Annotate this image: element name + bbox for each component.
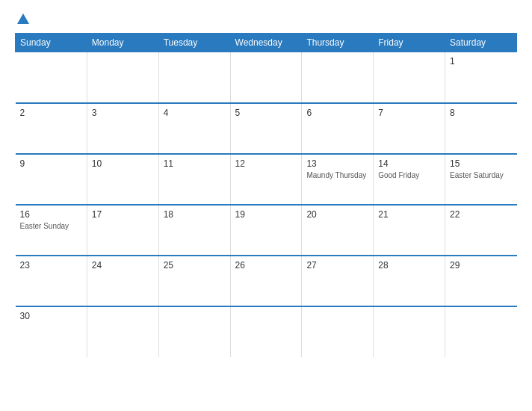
calendar-cell — [158, 52, 230, 103]
calendar-cell — [302, 306, 374, 357]
logo — [15, 13, 29, 25]
cell-date-number: 21 — [378, 209, 440, 220]
cell-event-label: Maundy Thursday — [306, 170, 368, 180]
calendar-cell: 9 — [16, 154, 87, 205]
cell-date-number: 27 — [306, 260, 368, 271]
calendar-cell — [374, 306, 445, 357]
cell-date-number: 14 — [378, 158, 440, 169]
cell-date-number: 29 — [450, 260, 512, 271]
day-header-friday: Friday — [374, 34, 445, 52]
cell-event-label: Easter Saturday — [450, 170, 512, 180]
calendar-week-row: 23242526272829 — [16, 256, 517, 306]
calendar-cell — [87, 306, 158, 357]
calendar-cell: 21 — [374, 205, 445, 256]
calendar-cell: 29 — [445, 256, 517, 306]
calendar-cell: 12 — [230, 154, 302, 205]
day-header-monday: Monday — [87, 34, 158, 52]
calendar-cell: 19 — [230, 205, 302, 256]
cell-date-number: 10 — [92, 158, 154, 169]
day-header-tuesday: Tuesday — [158, 34, 230, 52]
calendar-cell: 3 — [87, 103, 158, 154]
cell-date-number: 1 — [450, 56, 512, 67]
calendar-week-row: 2345678 — [16, 103, 517, 154]
cell-date-number: 11 — [164, 158, 226, 169]
cell-date-number: 22 — [450, 209, 512, 220]
cell-date-number: 20 — [306, 209, 368, 220]
calendar-cell: 10 — [87, 154, 158, 205]
calendar-cell — [302, 52, 374, 103]
calendar-cell — [87, 52, 158, 103]
cell-date-number: 23 — [20, 260, 82, 271]
calendar-table: SundayMondayTuesdayWednesdayThursdayFrid… — [15, 33, 517, 357]
calendar-cell: 25 — [158, 256, 230, 306]
calendar-cell: 1 — [445, 52, 517, 103]
calendar-week-row: 910111213Maundy Thursday14Good Friday15E… — [16, 154, 517, 205]
logo-wrapper — [15, 13, 29, 25]
cell-date-number: 8 — [450, 108, 512, 118]
day-header-saturday: Saturday — [445, 34, 517, 52]
cell-date-number: 25 — [164, 260, 226, 271]
cell-date-number: 26 — [235, 260, 297, 271]
calendar-cell — [16, 52, 87, 103]
cell-date-number: 12 — [235, 158, 297, 169]
days-header-row: SundayMondayTuesdayWednesdayThursdayFrid… — [16, 34, 517, 52]
calendar-week-row: 16Easter Sunday171819202122 — [16, 205, 517, 256]
cell-date-number: 13 — [306, 158, 368, 169]
cell-date-number: 6 — [306, 108, 368, 118]
calendar-cell: 22 — [445, 205, 517, 256]
calendar-cell: 15Easter Saturday — [445, 154, 517, 205]
calendar-cell: 17 — [87, 205, 158, 256]
cell-date-number: 9 — [20, 158, 82, 169]
calendar-cell: 7 — [374, 103, 445, 154]
calendar-cell: 30 — [16, 306, 87, 357]
calendar-cell: 20 — [302, 205, 374, 256]
calendar-week-row: 30 — [16, 306, 517, 357]
cell-event-label: Easter Sunday — [20, 221, 82, 231]
calendar-page: SundayMondayTuesdayWednesdayThursdayFrid… — [0, 0, 532, 411]
calendar-cell: 5 — [230, 103, 302, 154]
calendar-cell: 8 — [445, 103, 517, 154]
calendar-cell — [158, 306, 230, 357]
logo-triangle-icon — [17, 13, 29, 24]
cell-date-number: 4 — [164, 108, 226, 118]
logo-top-row — [15, 13, 29, 25]
calendar-cell — [230, 306, 302, 357]
calendar-cell — [445, 306, 517, 357]
calendar-cell: 13Maundy Thursday — [302, 154, 374, 205]
cell-event-label: Good Friday — [378, 170, 440, 180]
calendar-cell: 27 — [302, 256, 374, 306]
cell-date-number: 7 — [378, 108, 440, 118]
calendar-cell: 2 — [16, 103, 87, 154]
day-header-thursday: Thursday — [302, 34, 374, 52]
calendar-cell: 28 — [374, 256, 445, 306]
cell-date-number: 16 — [20, 209, 82, 220]
calendar-cell: 26 — [230, 256, 302, 306]
cell-date-number: 15 — [450, 158, 512, 169]
calendar-cell: 11 — [158, 154, 230, 205]
calendar-cell: 18 — [158, 205, 230, 256]
day-header-wednesday: Wednesday — [230, 34, 302, 52]
calendar-cell — [230, 52, 302, 103]
header — [15, 13, 517, 25]
cell-date-number: 17 — [92, 209, 154, 220]
calendar-cell: 24 — [87, 256, 158, 306]
cell-date-number: 2 — [20, 108, 82, 118]
cell-date-number: 24 — [92, 260, 154, 271]
calendar-cell: 4 — [158, 103, 230, 154]
calendar-cell: 6 — [302, 103, 374, 154]
cell-date-number: 30 — [20, 311, 82, 321]
cell-date-number: 18 — [164, 209, 226, 220]
calendar-cell: 16Easter Sunday — [16, 205, 87, 256]
calendar-cell — [374, 52, 445, 103]
calendar-week-row: 1 — [16, 52, 517, 103]
cell-date-number: 5 — [235, 108, 297, 118]
cell-date-number: 28 — [378, 260, 440, 271]
day-header-sunday: Sunday — [16, 34, 87, 52]
calendar-cell: 14Good Friday — [374, 154, 445, 205]
calendar-cell: 23 — [16, 256, 87, 306]
cell-date-number: 3 — [92, 108, 154, 118]
cell-date-number: 19 — [235, 209, 297, 220]
